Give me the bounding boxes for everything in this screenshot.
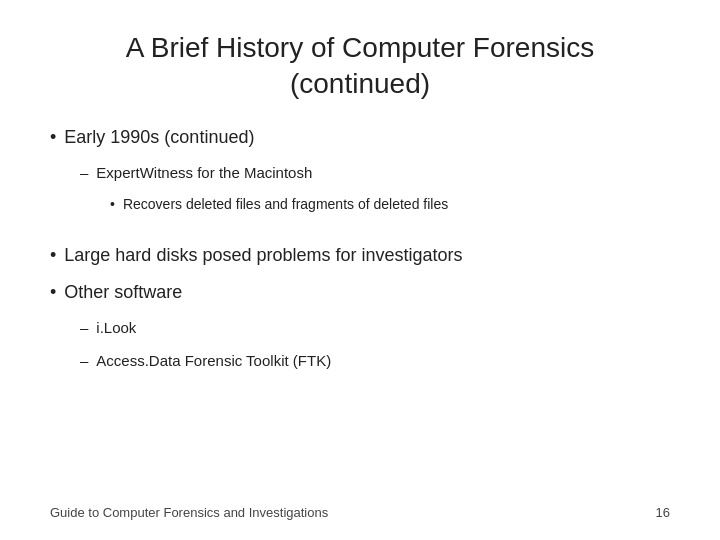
bullet-text: Access.Data Forensic Toolkit (FTK)	[96, 350, 331, 371]
bullet-text: i.Look	[96, 317, 136, 338]
list-item: • Early 1990s (continued)	[50, 125, 670, 150]
spacer	[50, 227, 670, 233]
list-item: – i.Look	[80, 317, 670, 338]
bullet-text: Other software	[64, 280, 182, 305]
bullet-text: ExpertWitness for the Macintosh	[96, 162, 312, 183]
title-line2: (continued)	[290, 68, 430, 99]
slide-footer: Guide to Computer Forensics and Investig…	[50, 495, 670, 520]
slide-title: A Brief History of Computer Forensics (c…	[50, 30, 670, 103]
bullet-icon: •	[50, 125, 56, 150]
list-item: • Recovers deleted files and fragments o…	[110, 195, 670, 215]
bullet-sm-icon: •	[110, 195, 115, 215]
dash-icon: –	[80, 162, 88, 183]
footer-right: 16	[656, 505, 670, 520]
list-item: – Access.Data Forensic Toolkit (FTK)	[80, 350, 670, 371]
dash-icon: –	[80, 317, 88, 338]
bullet-text: Early 1990s (continued)	[64, 125, 254, 150]
dash-icon: –	[80, 350, 88, 371]
bullet-text: Large hard disks posed problems for inve…	[64, 243, 462, 268]
bullet-icon: •	[50, 243, 56, 268]
footer-left: Guide to Computer Forensics and Investig…	[50, 505, 328, 520]
slide-content: • Early 1990s (continued) – ExpertWitnes…	[50, 125, 670, 495]
slide: A Brief History of Computer Forensics (c…	[0, 0, 720, 540]
list-item: – ExpertWitness for the Macintosh	[80, 162, 670, 183]
title-line1: A Brief History of Computer Forensics	[126, 32, 594, 63]
list-item: • Other software	[50, 280, 670, 305]
list-item: • Large hard disks posed problems for in…	[50, 243, 670, 268]
bullet-icon: •	[50, 280, 56, 305]
bullet-text: Recovers deleted files and fragments of …	[123, 195, 448, 215]
